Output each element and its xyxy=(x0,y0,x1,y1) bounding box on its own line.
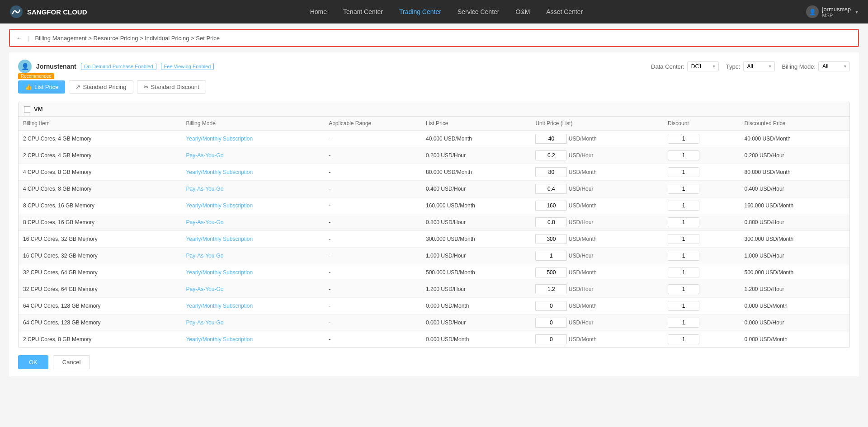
table-row: 16 CPU Cores, 32 GB Memory Pay-As-You-Go… xyxy=(19,248,849,264)
unit-price-input[interactable] xyxy=(535,134,567,144)
brand: SANGFOR CLOUD xyxy=(9,5,87,19)
unit-price-input[interactable] xyxy=(535,217,567,227)
unit-price-input[interactable] xyxy=(535,318,567,328)
billing-mode-link[interactable]: Yearly/Monthly Subscription xyxy=(186,236,253,242)
filter-billing-select[interactable]: All xyxy=(818,61,850,71)
filters: Data Center: DC1 Type: All Billing Mode: xyxy=(651,61,850,71)
cell-list-price: 0.000 USD/Hour xyxy=(421,314,531,331)
unit-price-input[interactable] xyxy=(535,184,567,194)
ok-button[interactable]: OK xyxy=(18,355,48,369)
cell-billing-mode: Yearly/Monthly Subscription xyxy=(181,131,324,147)
cell-discounted-price: 0.200 USD/Hour xyxy=(740,147,849,164)
cell-discounted-price: 300.000 USD/Month xyxy=(740,231,849,248)
navbar-user[interactable]: 👤 jormusmsp MSP ▼ xyxy=(806,5,859,18)
cell-unit-price: USD/Month xyxy=(531,164,663,181)
discount-input[interactable] xyxy=(668,167,699,177)
breadcrumb-back-button[interactable]: ← xyxy=(16,34,23,42)
cell-applicable-range: - xyxy=(324,248,421,264)
discount-input[interactable] xyxy=(668,301,699,311)
discount-input[interactable] xyxy=(668,284,699,294)
billing-mode-link[interactable]: Pay-As-You-Go xyxy=(186,286,223,292)
filter-dc-select[interactable]: DC1 xyxy=(687,61,719,71)
unit-price-input[interactable] xyxy=(535,251,567,261)
nav-home[interactable]: Home xyxy=(310,8,327,15)
unit-price-input[interactable] xyxy=(535,201,567,211)
cell-billing-mode: Yearly/Monthly Subscription xyxy=(181,164,324,181)
cell-discounted-price: 80.000 USD/Month xyxy=(740,164,849,181)
nav-trading-center[interactable]: Trading Center xyxy=(399,8,441,15)
breadcrumb: ← | Billing Management > Resource Pricin… xyxy=(9,29,859,47)
discount-input[interactable] xyxy=(668,251,699,261)
cell-billing-mode: Yearly/Monthly Subscription xyxy=(181,331,324,348)
table-row: 32 CPU Cores, 64 GB Memory Pay-As-You-Go… xyxy=(19,281,849,298)
user-dropdown-icon[interactable]: ▼ xyxy=(854,9,859,14)
billing-mode-link[interactable]: Pay-As-You-Go xyxy=(186,152,223,159)
billing-mode-link[interactable]: Pay-As-You-Go xyxy=(186,319,223,326)
billing-mode-link[interactable]: Pay-As-You-Go xyxy=(186,253,223,259)
nav-asset-center[interactable]: Asset Center xyxy=(546,8,583,15)
discount-input[interactable] xyxy=(668,267,699,277)
tab-standard-discount[interactable]: ✂ Standard Discount xyxy=(137,80,206,94)
nav-tenant-center[interactable]: Tenant Center xyxy=(343,8,383,15)
cell-discounted-price: 0.000 USD/Hour xyxy=(740,314,849,331)
filter-type-select[interactable]: All xyxy=(743,61,775,71)
filter-billing-wrapper[interactable]: All xyxy=(818,61,850,71)
vm-table: Billing Item Billing Mode Applicable Ran… xyxy=(19,117,849,347)
filter-dc-wrapper[interactable]: DC1 xyxy=(687,61,719,71)
billing-mode-link[interactable]: Pay-As-You-Go xyxy=(186,219,223,225)
unit-price-input[interactable] xyxy=(535,284,567,294)
cell-applicable-range: - xyxy=(324,331,421,348)
discount-input[interactable] xyxy=(668,201,699,211)
unit-price-input[interactable] xyxy=(535,334,567,344)
cell-list-price: 300.000 USD/Month xyxy=(421,231,531,248)
unit-price-input[interactable] xyxy=(535,167,567,177)
tab-list-price[interactable]: 👍 List Price xyxy=(18,80,65,94)
billing-mode-link[interactable]: Yearly/Monthly Subscription xyxy=(186,202,253,209)
unit-price-input[interactable] xyxy=(535,234,567,244)
discount-input[interactable] xyxy=(668,217,699,227)
cell-billing-item: 32 CPU Cores, 64 GB Memory xyxy=(19,264,181,281)
tab-list-price-icon: 👍 xyxy=(25,84,32,90)
unit-price-input[interactable] xyxy=(535,267,567,277)
nav-om[interactable]: O&M xyxy=(515,8,530,15)
discount-input[interactable] xyxy=(668,184,699,194)
col-list-price: List Price xyxy=(421,117,531,131)
billing-mode-link[interactable]: Yearly/Monthly Subscription xyxy=(186,303,253,309)
tab-standard-pricing[interactable]: ↗ Standard Pricing xyxy=(69,80,133,94)
billing-mode-link[interactable]: Pay-As-You-Go xyxy=(186,186,223,192)
cell-list-price: 0.000 USD/Month xyxy=(421,298,531,314)
navbar: SANGFOR CLOUD Home Tenant Center Trading… xyxy=(0,0,868,23)
cancel-button[interactable]: Cancel xyxy=(53,355,90,369)
discount-input[interactable] xyxy=(668,134,699,144)
filter-data-center: Data Center: DC1 xyxy=(651,61,719,71)
cell-billing-mode: Yearly/Monthly Subscription xyxy=(181,264,324,281)
cell-billing-item: 8 CPU Cores, 16 GB Memory xyxy=(19,214,181,231)
cell-list-price: 0.000 USD/Month xyxy=(421,331,531,348)
unit-text: USD/Month xyxy=(569,303,597,309)
cell-discounted-price: 1.000 USD/Hour xyxy=(740,248,849,264)
cell-discounted-price: 0.000 USD/Month xyxy=(740,298,849,314)
discount-input[interactable] xyxy=(668,150,699,160)
cell-discounted-price: 0.000 USD/Month xyxy=(740,331,849,348)
cell-applicable-range: - xyxy=(324,281,421,298)
filter-type-wrapper[interactable]: All xyxy=(743,61,775,71)
filter-billing-label: Billing Mode: xyxy=(782,63,816,70)
billing-mode-link[interactable]: Yearly/Monthly Subscription xyxy=(186,136,253,142)
nav-service-center[interactable]: Service Center xyxy=(458,8,500,15)
billing-mode-link[interactable]: Yearly/Monthly Subscription xyxy=(186,336,253,343)
vm-section: VM Billing Item Billing Mode Applicable … xyxy=(18,102,850,348)
unit-price-input[interactable] xyxy=(535,150,567,160)
discount-input[interactable] xyxy=(668,234,699,244)
discount-input[interactable] xyxy=(668,334,699,344)
cell-billing-mode: Pay-As-You-Go xyxy=(181,214,324,231)
vm-section-checkbox[interactable] xyxy=(24,106,30,113)
unit-price-input[interactable] xyxy=(535,301,567,311)
discount-input[interactable] xyxy=(668,318,699,328)
cell-billing-mode: Pay-As-You-Go xyxy=(181,181,324,197)
billing-mode-link[interactable]: Yearly/Monthly Subscription xyxy=(186,269,253,276)
billing-mode-link[interactable]: Yearly/Monthly Subscription xyxy=(186,169,253,175)
cell-discount xyxy=(663,314,740,331)
cell-unit-price: USD/Hour xyxy=(531,281,663,298)
table-row: 2 CPU Cores, 8 GB Memory Yearly/Monthly … xyxy=(19,331,849,348)
col-unit-price: Unit Price (List) xyxy=(531,117,663,131)
